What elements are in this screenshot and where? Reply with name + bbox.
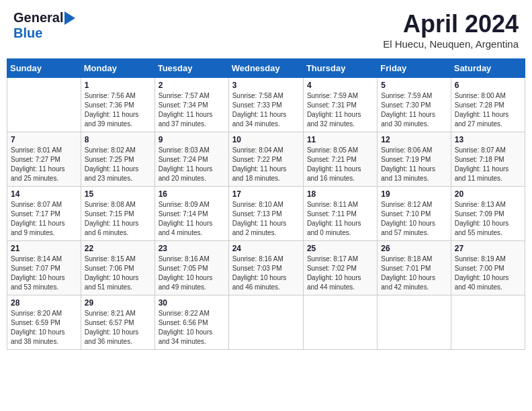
calendar-cell: 28Sunrise: 8:20 AMSunset: 6:59 PMDayligh… (7, 295, 81, 350)
day-info: Sunrise: 8:09 AMSunset: 7:14 PMDaylight:… (159, 200, 225, 238)
day-info: Sunrise: 8:16 AMSunset: 7:03 PMDaylight:… (232, 255, 300, 292)
day-info: Sunrise: 7:58 AMSunset: 7:33 PMDaylight:… (232, 91, 300, 129)
day-info: Sunrise: 8:20 AMSunset: 6:59 PMDaylight:… (11, 309, 77, 347)
calendar-cell: 23Sunrise: 8:16 AMSunset: 7:05 PMDayligh… (154, 241, 228, 295)
day-info: Sunrise: 8:19 AMSunset: 7:00 PMDaylight:… (455, 255, 521, 292)
logo: General Blue (13, 10, 75, 41)
logo-arrow-icon (64, 11, 75, 25)
day-number: 9 (159, 135, 225, 144)
day-info: Sunrise: 8:08 AMSunset: 7:15 PMDaylight:… (85, 200, 151, 238)
calendar-week-row: 7Sunrise: 8:01 AMSunset: 7:27 PMDaylight… (7, 132, 525, 187)
month-title: April 2024 (383, 10, 519, 38)
calendar-cell: 16Sunrise: 8:09 AMSunset: 7:14 PMDayligh… (154, 187, 228, 241)
day-info: Sunrise: 8:00 AMSunset: 7:28 PMDaylight:… (455, 91, 521, 129)
day-info: Sunrise: 8:15 AMSunset: 7:06 PMDaylight:… (85, 255, 151, 292)
day-number: 27 (455, 244, 521, 253)
day-header-friday: Friday (378, 59, 451, 78)
calendar-cell (378, 295, 451, 350)
day-info: Sunrise: 8:07 AMSunset: 7:17 PMDaylight:… (11, 200, 77, 238)
calendar-header-row: SundayMondayTuesdayWednesdayThursdayFrid… (7, 59, 525, 78)
day-number: 23 (159, 244, 225, 253)
day-info: Sunrise: 7:59 AMSunset: 7:30 PMDaylight:… (381, 91, 447, 129)
day-info: Sunrise: 8:12 AMSunset: 7:10 PMDaylight:… (381, 200, 447, 238)
day-number: 14 (11, 189, 77, 199)
calendar-cell: 14Sunrise: 8:07 AMSunset: 7:17 PMDayligh… (7, 187, 81, 241)
calendar-cell: 9Sunrise: 8:03 AMSunset: 7:24 PMDaylight… (154, 132, 228, 187)
calendar-table: SundayMondayTuesdayWednesdayThursdayFrid… (7, 58, 525, 350)
day-number: 3 (232, 81, 300, 90)
day-info: Sunrise: 8:06 AMSunset: 7:19 PMDaylight:… (381, 146, 447, 183)
day-number: 7 (11, 135, 77, 144)
calendar-cell: 6Sunrise: 8:00 AMSunset: 7:28 PMDaylight… (451, 78, 525, 132)
calendar-cell: 24Sunrise: 8:16 AMSunset: 7:03 PMDayligh… (228, 241, 303, 295)
calendar-cell: 11Sunrise: 8:05 AMSunset: 7:21 PMDayligh… (303, 132, 377, 187)
day-info: Sunrise: 8:05 AMSunset: 7:21 PMDaylight:… (307, 146, 373, 183)
day-number: 13 (455, 135, 521, 144)
day-number: 25 (307, 244, 373, 253)
calendar-cell: 18Sunrise: 8:11 AMSunset: 7:11 PMDayligh… (303, 187, 377, 241)
page-header: General Blue April 2024 El Huecu, Neuque… (7, 7, 525, 53)
day-number: 12 (381, 135, 447, 144)
calendar-cell: 25Sunrise: 8:17 AMSunset: 7:02 PMDayligh… (303, 241, 377, 295)
day-number: 29 (85, 298, 151, 308)
day-number: 1 (85, 81, 151, 90)
day-number: 8 (85, 135, 151, 144)
calendar-cell (303, 295, 377, 350)
calendar-cell: 2Sunrise: 7:57 AMSunset: 7:34 PMDaylight… (154, 78, 228, 132)
location-subtitle: El Huecu, Neuquen, Argentina (383, 38, 519, 50)
day-info: Sunrise: 8:13 AMSunset: 7:09 PMDaylight:… (455, 200, 521, 238)
day-number: 28 (11, 298, 77, 308)
day-info: Sunrise: 8:18 AMSunset: 7:01 PMDaylight:… (381, 255, 447, 292)
day-info: Sunrise: 8:01 AMSunset: 7:27 PMDaylight:… (11, 146, 77, 183)
day-header-tuesday: Tuesday (154, 59, 228, 78)
day-info: Sunrise: 8:16 AMSunset: 7:05 PMDaylight:… (159, 255, 225, 292)
day-number: 16 (159, 189, 225, 199)
day-number: 22 (85, 244, 151, 253)
calendar-cell: 5Sunrise: 7:59 AMSunset: 7:30 PMDaylight… (378, 78, 451, 132)
calendar-cell: 8Sunrise: 8:02 AMSunset: 7:25 PMDaylight… (81, 132, 154, 187)
calendar-cell: 10Sunrise: 8:04 AMSunset: 7:22 PMDayligh… (228, 132, 303, 187)
day-number: 17 (232, 189, 300, 199)
day-number: 19 (381, 189, 447, 199)
calendar-cell: 21Sunrise: 8:14 AMSunset: 7:07 PMDayligh… (7, 241, 81, 295)
day-info: Sunrise: 8:07 AMSunset: 7:18 PMDaylight:… (455, 146, 521, 183)
day-info: Sunrise: 8:02 AMSunset: 7:25 PMDaylight:… (85, 146, 151, 183)
day-number: 24 (232, 244, 300, 253)
calendar-cell: 1Sunrise: 7:56 AMSunset: 7:36 PMDaylight… (81, 78, 154, 132)
title-section: April 2024 El Huecu, Neuquen, Argentina (383, 10, 519, 50)
day-number: 26 (381, 244, 447, 253)
logo-general: General (13, 10, 63, 26)
calendar-week-row: 1Sunrise: 7:56 AMSunset: 7:36 PMDaylight… (7, 78, 525, 132)
calendar-cell: 19Sunrise: 8:12 AMSunset: 7:10 PMDayligh… (378, 187, 451, 241)
day-number: 11 (307, 135, 373, 144)
calendar-cell: 13Sunrise: 8:07 AMSunset: 7:18 PMDayligh… (451, 132, 525, 187)
day-info: Sunrise: 8:17 AMSunset: 7:02 PMDaylight:… (307, 255, 373, 292)
day-number: 18 (307, 189, 373, 199)
calendar-cell: 27Sunrise: 8:19 AMSunset: 7:00 PMDayligh… (451, 241, 525, 295)
day-number: 6 (455, 81, 521, 90)
calendar-cell: 30Sunrise: 8:22 AMSunset: 6:56 PMDayligh… (154, 295, 228, 350)
day-number: 21 (11, 244, 77, 253)
day-info: Sunrise: 7:57 AMSunset: 7:34 PMDaylight:… (159, 91, 225, 129)
calendar-week-row: 14Sunrise: 8:07 AMSunset: 7:17 PMDayligh… (7, 187, 525, 241)
day-number: 30 (159, 298, 225, 308)
day-number: 20 (455, 189, 521, 199)
day-info: Sunrise: 8:04 AMSunset: 7:22 PMDaylight:… (232, 146, 300, 183)
calendar-cell: 12Sunrise: 8:06 AMSunset: 7:19 PMDayligh… (378, 132, 451, 187)
calendar-cell: 29Sunrise: 8:21 AMSunset: 6:57 PMDayligh… (81, 295, 154, 350)
day-header-saturday: Saturday (451, 59, 525, 78)
day-info: Sunrise: 8:11 AMSunset: 7:11 PMDaylight:… (307, 200, 373, 238)
day-info: Sunrise: 7:56 AMSunset: 7:36 PMDaylight:… (85, 91, 151, 129)
calendar-cell: 26Sunrise: 8:18 AMSunset: 7:01 PMDayligh… (378, 241, 451, 295)
calendar-cell: 3Sunrise: 7:58 AMSunset: 7:33 PMDaylight… (228, 78, 303, 132)
calendar-cell: 7Sunrise: 8:01 AMSunset: 7:27 PMDaylight… (7, 132, 81, 187)
day-info: Sunrise: 8:22 AMSunset: 6:56 PMDaylight:… (159, 309, 225, 347)
day-number: 4 (307, 81, 373, 90)
logo-blue: Blue (13, 26, 42, 40)
day-info: Sunrise: 8:14 AMSunset: 7:07 PMDaylight:… (11, 255, 77, 292)
calendar-cell: 22Sunrise: 8:15 AMSunset: 7:06 PMDayligh… (81, 241, 154, 295)
calendar-cell (451, 295, 525, 350)
day-info: Sunrise: 8:03 AMSunset: 7:24 PMDaylight:… (159, 146, 225, 183)
day-header-sunday: Sunday (7, 59, 81, 78)
day-header-wednesday: Wednesday (228, 59, 303, 78)
